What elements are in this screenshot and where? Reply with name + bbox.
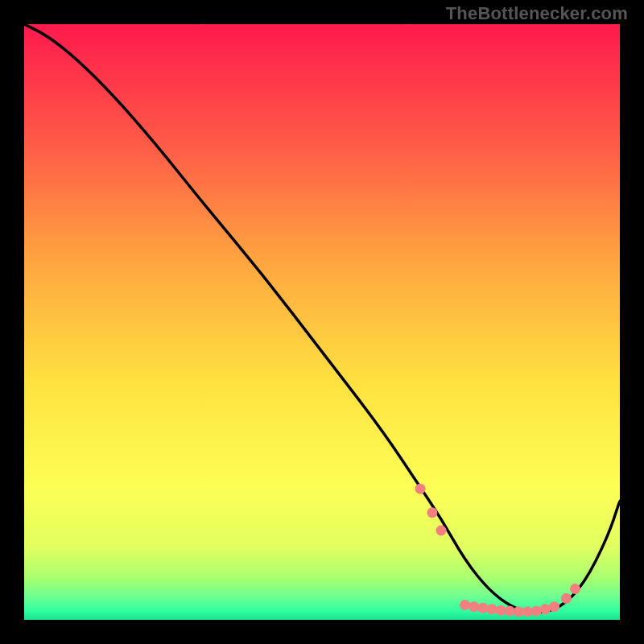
marker-dot	[505, 605, 515, 616]
plot-area	[24, 24, 620, 620]
chart-container: TheBottlenecker.com	[0, 0, 644, 644]
watermark-text: TheBottlenecker.com	[446, 3, 628, 24]
marker-dot	[469, 601, 479, 612]
marker-dot	[522, 606, 533, 617]
chart-svg	[24, 24, 620, 620]
marker-dot	[486, 604, 497, 614]
marker-dot	[549, 601, 559, 612]
marker-dot	[436, 526, 447, 536]
marker-dot	[514, 606, 524, 617]
gradient-background	[24, 24, 620, 620]
marker-dot	[427, 507, 437, 518]
marker-dot	[415, 484, 426, 494]
marker-dot	[460, 600, 470, 610]
marker-dot	[531, 605, 542, 616]
marker-dot	[570, 584, 580, 594]
marker-dot	[540, 604, 551, 614]
marker-dot	[496, 605, 506, 616]
marker-dot	[477, 603, 488, 613]
marker-dot	[561, 593, 572, 604]
